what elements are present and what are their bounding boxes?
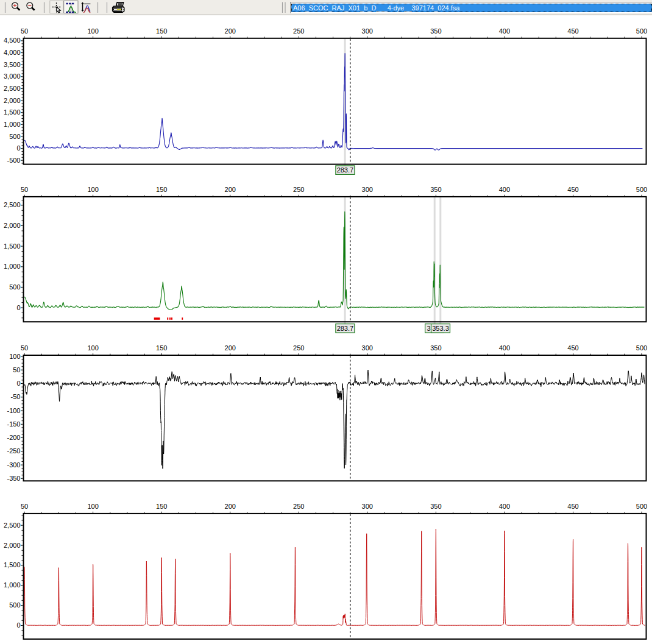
svg-text:1,000: 1,000 [4, 581, 21, 589]
svg-text:500: 500 [636, 27, 647, 35]
svg-text:2,500: 2,500 [4, 522, 21, 529]
svg-text:2,000: 2,000 [4, 222, 21, 229]
svg-text:350: 350 [430, 503, 441, 510]
svg-text:50: 50 [21, 344, 28, 352]
svg-text:450: 450 [567, 503, 578, 510]
svg-text:450: 450 [567, 186, 578, 193]
svg-text:100: 100 [87, 186, 98, 193]
svg-text:283.7: 283.7 [337, 325, 354, 332]
svg-text:-150: -150 [7, 420, 20, 428]
svg-text:500: 500 [9, 601, 20, 609]
svg-text:100: 100 [87, 503, 98, 510]
svg-text:2,500: 2,500 [4, 201, 21, 208]
svg-text:1,500: 1,500 [4, 561, 21, 568]
svg-text:100: 100 [87, 344, 98, 352]
svg-text:1,000: 1,000 [4, 263, 21, 270]
svg-text:350: 350 [430, 186, 441, 193]
svg-text:0: 0 [16, 144, 20, 152]
svg-text:50: 50 [13, 366, 20, 373]
svg-text:150: 150 [156, 27, 167, 35]
svg-text:-200: -200 [7, 434, 20, 441]
svg-text:200: 200 [225, 344, 236, 352]
svg-text:3: 3 [427, 325, 431, 332]
svg-text:250: 250 [293, 503, 304, 510]
svg-text:250: 250 [293, 186, 304, 193]
svg-text:50: 50 [21, 186, 28, 193]
svg-text:200: 200 [225, 503, 236, 510]
svg-text:500: 500 [636, 186, 647, 193]
svg-text:500: 500 [636, 503, 647, 510]
svg-text:400: 400 [499, 344, 510, 352]
svg-text:150: 150 [156, 344, 167, 352]
svg-text:2,000: 2,000 [4, 97, 21, 104]
svg-text:1,000: 1,000 [4, 121, 21, 128]
svg-text:500: 500 [9, 133, 20, 140]
svg-text:1,500: 1,500 [4, 242, 21, 250]
svg-text:0: 0 [16, 380, 20, 387]
svg-text:400: 400 [499, 503, 510, 510]
svg-text:250: 250 [293, 344, 304, 352]
svg-text:-350: -350 [7, 475, 20, 482]
svg-text:-100: -100 [7, 407, 20, 414]
svg-text:450: 450 [567, 27, 578, 35]
svg-text:50: 50 [21, 503, 28, 510]
svg-text:2,500: 2,500 [4, 85, 21, 92]
svg-text:150: 150 [156, 186, 167, 193]
svg-text:400: 400 [499, 186, 510, 193]
svg-text:4,000: 4,000 [4, 49, 21, 56]
svg-text:500: 500 [636, 344, 647, 352]
svg-text:100: 100 [87, 27, 98, 35]
svg-text:1,500: 1,500 [4, 108, 21, 116]
svg-text:350: 350 [430, 27, 441, 35]
svg-text:-500: -500 [7, 157, 20, 164]
svg-text:-300: -300 [7, 461, 20, 469]
svg-text:353.3: 353.3 [432, 325, 449, 332]
svg-text:3,000: 3,000 [4, 73, 21, 80]
svg-text:400: 400 [499, 27, 510, 35]
svg-text:200: 200 [225, 186, 236, 193]
svg-text:50: 50 [21, 27, 28, 35]
svg-text:250: 250 [293, 27, 304, 35]
svg-text:300: 300 [362, 344, 373, 352]
svg-text:4,500: 4,500 [4, 37, 21, 44]
svg-text:0: 0 [16, 304, 20, 311]
svg-text:300: 300 [362, 503, 373, 510]
svg-text:0: 0 [16, 621, 20, 629]
svg-text:450: 450 [567, 344, 578, 352]
svg-text:150: 150 [156, 503, 167, 510]
svg-text:-50: -50 [11, 393, 21, 400]
svg-text:283.7: 283.7 [337, 166, 354, 174]
svg-text:300: 300 [362, 186, 373, 193]
svg-text:100: 100 [9, 353, 20, 360]
svg-text:200: 200 [225, 27, 236, 35]
svg-text:3,500: 3,500 [4, 61, 21, 68]
svg-text:500: 500 [9, 283, 20, 291]
svg-text:350: 350 [430, 344, 441, 352]
svg-text:2,000: 2,000 [4, 542, 21, 549]
svg-text:-250: -250 [7, 447, 20, 455]
svg-text:300: 300 [362, 27, 373, 35]
